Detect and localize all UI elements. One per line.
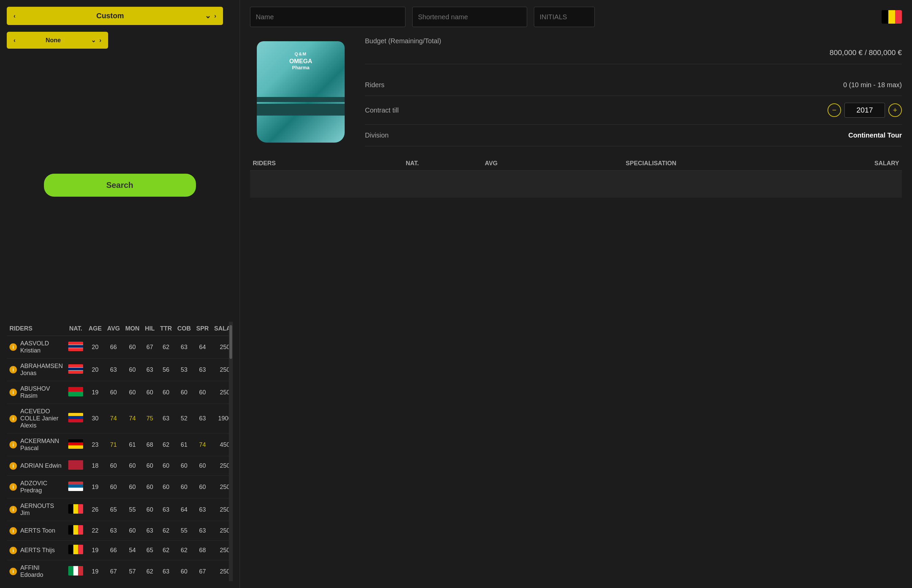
rider-age: 19: [86, 476, 105, 498]
right-content: Q&M OMEGA Pharma Budget (Remaining/Total…: [250, 37, 902, 146]
scrollbar-thumb[interactable]: [229, 325, 232, 359]
rider-mon: 54: [123, 541, 142, 560]
rider-name-cell: i ACEVEDO COLLE Janier Alexis: [7, 404, 66, 434]
custom-dropdown-row: ‹ Custom ⌄ ›: [7, 7, 233, 25]
rider-age: 22: [86, 521, 105, 541]
contract-increase-button[interactable]: +: [888, 103, 902, 117]
shortened-name-input[interactable]: [412, 7, 527, 27]
division-label: Division: [365, 131, 389, 139]
table-row: i ACKERMANN Pascal 237161686261744500✚: [7, 434, 229, 456]
rider-mon: 60: [123, 521, 142, 541]
rider-hil: 67: [142, 336, 157, 359]
dropdown-arrows: ⌄ ›: [205, 11, 216, 20]
none-dropdown-row: ‹ None ⌄ ›: [7, 32, 233, 48]
right-panel: Q&M OMEGA Pharma Budget (Remaining/Total…: [240, 0, 912, 588]
none-next-arrow-icon[interactable]: ›: [99, 37, 102, 44]
rider-hil: 60: [142, 381, 157, 404]
rider-avg: 74: [105, 404, 123, 434]
rider-cob: 62: [175, 541, 194, 560]
rider-hil: 75: [142, 404, 157, 434]
rider-hil: 60: [142, 476, 157, 498]
riders-value: 0 (10 min - 18 max): [843, 81, 902, 89]
scrollbar[interactable]: [229, 322, 233, 581]
col-spr: SPR: [194, 322, 211, 336]
rider-spr: 60: [194, 456, 211, 476]
info-icon[interactable]: i: [10, 483, 17, 491]
rider-age: 19: [86, 541, 105, 560]
table-row: i ACEVEDO COLLE Janier Alexis 3074747563…: [7, 404, 229, 434]
rider-age: 20: [86, 359, 105, 381]
info-icon[interactable]: i: [10, 547, 17, 554]
initials-input[interactable]: [534, 7, 595, 27]
name-input[interactable]: [250, 7, 405, 27]
rider-ttr: 62: [157, 434, 175, 456]
info-icon[interactable]: i: [10, 527, 17, 535]
rider-mon: 55: [123, 498, 142, 521]
info-icon[interactable]: i: [10, 462, 17, 470]
rider-mon: 60: [123, 381, 142, 404]
right-col-salary: SALARY: [772, 157, 902, 171]
rider-salary: 2500: [211, 541, 229, 560]
rider-cob: 63: [175, 336, 194, 359]
rider-avg: 66: [105, 336, 123, 359]
rider-name: AASVOLD Kristian: [20, 340, 63, 354]
rider-mon: 60: [123, 476, 142, 498]
jersey-section: Q&M OMEGA Pharma: [250, 37, 352, 146]
budget-label: Budget (Remaining/Total): [365, 37, 902, 45]
info-icon[interactable]: i: [10, 441, 17, 448]
info-icon[interactable]: i: [10, 415, 17, 422]
flag-icon: [68, 545, 83, 554]
rider-spr: 63: [194, 359, 211, 381]
rider-nat: [66, 359, 86, 381]
none-prev-arrow-icon[interactable]: ‹: [13, 37, 16, 44]
rider-name-cell: i AASVOLD Kristian: [7, 336, 66, 359]
rider-name: ADRIAN Edwin: [20, 462, 61, 469]
none-dropdown[interactable]: ‹ None ⌄ ›: [7, 32, 108, 48]
contract-year-input[interactable]: [844, 103, 885, 118]
rider-avg: 60: [105, 381, 123, 404]
rider-mon: 61: [123, 434, 142, 456]
rider-name-cell: i ABUSHOV Rasim: [7, 381, 66, 404]
rider-nat: [66, 456, 86, 476]
rider-ttr: 62: [157, 541, 175, 560]
rider-name-cell: i ADZOVIC Predrag: [7, 476, 66, 498]
table-row: i ADRIAN Edwin 186060606060602500✚: [7, 456, 229, 476]
rider-spr: 67: [194, 560, 211, 582]
info-icon[interactable]: i: [10, 389, 17, 396]
rider-spr: 68: [194, 541, 211, 560]
riders-list-area: RIDERS NAT. AGE AVG MON HIL TTR COB SPR …: [7, 322, 233, 581]
col-salary: SALARY: [211, 322, 229, 336]
rider-age: 19: [86, 560, 105, 582]
prev-arrow-icon[interactable]: ‹: [13, 13, 16, 19]
jersey-brand: Q&M OMEGA Pharma: [289, 52, 312, 70]
next-arrow-icon[interactable]: ›: [214, 13, 216, 19]
info-icon[interactable]: i: [10, 506, 17, 513]
info-icon[interactable]: i: [10, 343, 17, 351]
left-panel: ‹ Custom ⌄ › ‹ None ⌄ › Search: [0, 0, 240, 588]
rider-salary: 2500: [211, 456, 229, 476]
table-row: i AERTS Thijs 196654656262682500✚: [7, 541, 229, 560]
rider-mon: 60: [123, 336, 142, 359]
rider-spr: 74: [194, 434, 211, 456]
col-age: AGE: [86, 322, 105, 336]
table-row: i ABUSHOV Rasim 196060606060602500✚: [7, 381, 229, 404]
rider-name-cell: i ACKERMANN Pascal: [7, 434, 66, 456]
info-icon[interactable]: i: [10, 568, 17, 575]
rider-nat: [66, 404, 86, 434]
custom-dropdown[interactable]: ‹ Custom ⌄ ›: [7, 7, 223, 25]
search-button[interactable]: Search: [44, 174, 196, 197]
contract-decrease-button[interactable]: −: [828, 103, 841, 117]
right-col-spec: SPECIALISATION: [530, 157, 772, 171]
rider-mon: 60: [123, 456, 142, 476]
info-icon[interactable]: i: [10, 366, 17, 373]
rider-name: ABUSHOV Rasim: [20, 385, 63, 399]
rider-avg: 71: [105, 434, 123, 456]
rider-hil: 60: [142, 456, 157, 476]
stats-section: Budget (Remaining/Total) 800,000 € / 800…: [365, 37, 902, 146]
rider-hil: 63: [142, 521, 157, 541]
right-table-empty-row: [250, 171, 902, 198]
rider-name: ACEVEDO COLLE Janier Alexis: [20, 408, 63, 429]
rider-name-cell: i AERNOUTS Jim: [7, 498, 66, 521]
flag-icon: [68, 342, 83, 351]
rider-salary: 19000: [211, 404, 229, 434]
